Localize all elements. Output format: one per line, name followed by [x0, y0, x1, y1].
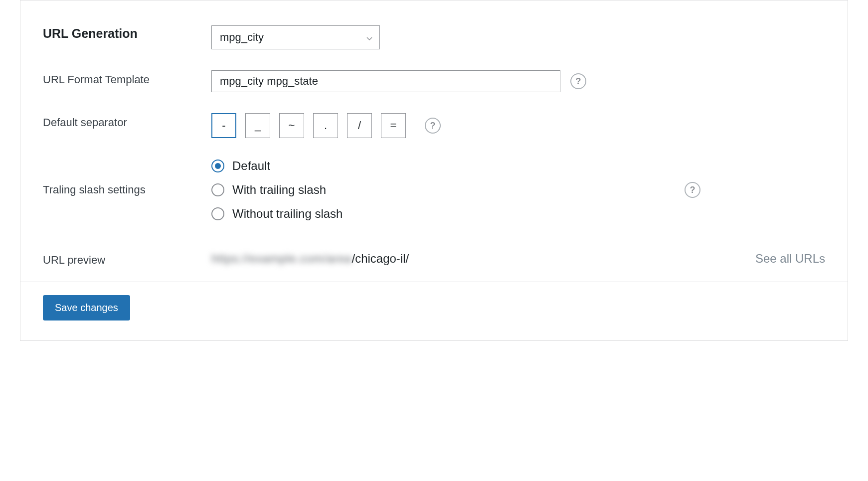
row-separator: Default separator - _ ~ . / = ? [43, 113, 825, 138]
radio-label: With trailing slash [232, 183, 326, 197]
save-button[interactable]: Save changes [43, 295, 130, 321]
radio-label: Default [232, 159, 270, 173]
trailing-slash-controls: Default With trailing slash Without trai… [211, 159, 825, 221]
chevron-down-icon [366, 31, 372, 44]
radio-icon [211, 207, 224, 220]
help-icon[interactable]: ? [570, 73, 586, 89]
row-url-generation: URL Generation mpg_city [43, 25, 825, 49]
row-url-preview: URL preview https://example.com/area/chi… [43, 251, 825, 267]
url-preview-label: URL preview [43, 251, 211, 267]
url-preview-text: https://example.com/area/chicago-il/ [211, 252, 409, 266]
url-format-input[interactable] [211, 70, 560, 92]
row-url-format: URL Format Template ? [43, 70, 825, 92]
url-generation-heading: URL Generation [43, 25, 211, 41]
url-format-controls: ? [211, 70, 825, 92]
url-generation-controls: mpg_city [211, 25, 825, 49]
trailing-slash-label: Traling slash settings [43, 183, 211, 196]
separator-controls: - _ ~ . / = ? [211, 113, 825, 138]
radio-icon [211, 183, 224, 196]
separator-equals-button[interactable]: = [381, 113, 406, 138]
url-preview-base: https://example.com/area [211, 252, 351, 266]
panel-body: URL Generation mpg_city URL Format Templ… [20, 0, 848, 282]
radio-label: Without trailing slash [232, 207, 343, 221]
help-icon[interactable]: ? [685, 182, 700, 198]
url-generation-select[interactable]: mpg_city [211, 25, 380, 49]
url-generation-select-value: mpg_city [220, 31, 264, 44]
separator-group: - _ ~ . / = ? [211, 113, 441, 138]
separator-underscore-button[interactable]: _ [245, 113, 270, 138]
separator-label: Default separator [43, 113, 211, 129]
separator-dot-button[interactable]: . [313, 113, 338, 138]
panel-footer: Save changes [20, 282, 848, 340]
url-format-label: URL Format Template [43, 70, 211, 86]
help-icon[interactable]: ? [425, 118, 441, 134]
settings-panel: URL Generation mpg_city URL Format Templ… [20, 0, 848, 341]
trailing-with-radio[interactable]: With trailing slash [211, 183, 343, 197]
trailing-slash-radio-group: Default With trailing slash Without trai… [211, 159, 343, 221]
url-preview-controls: https://example.com/area/chicago-il/ See… [211, 252, 825, 266]
trailing-default-radio[interactable]: Default [211, 159, 343, 173]
url-preview-suffix: /chicago-il/ [351, 252, 409, 266]
separator-tilde-button[interactable]: ~ [279, 113, 304, 138]
trailing-without-radio[interactable]: Without trailing slash [211, 207, 343, 221]
row-trailing-slash: Traling slash settings Default With trai… [43, 159, 825, 221]
see-all-urls-link[interactable]: See all URLs [755, 252, 825, 266]
separator-hyphen-button[interactable]: - [211, 113, 236, 138]
separator-slash-button[interactable]: / [347, 113, 372, 138]
radio-icon [211, 160, 224, 172]
